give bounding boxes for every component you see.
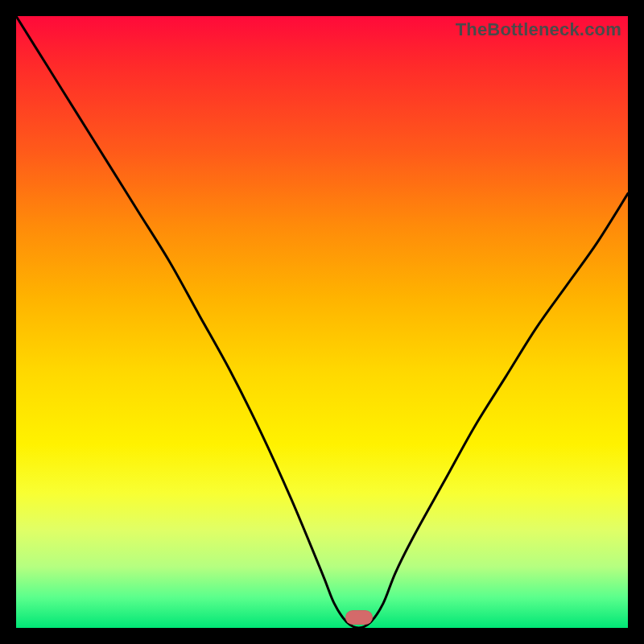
plot-area: TheBottleneck.com [16,16,628,628]
valley-marker [345,610,373,625]
chart-frame: TheBottleneck.com [0,0,644,644]
curve-path [16,16,628,628]
bottleneck-curve [16,16,628,628]
